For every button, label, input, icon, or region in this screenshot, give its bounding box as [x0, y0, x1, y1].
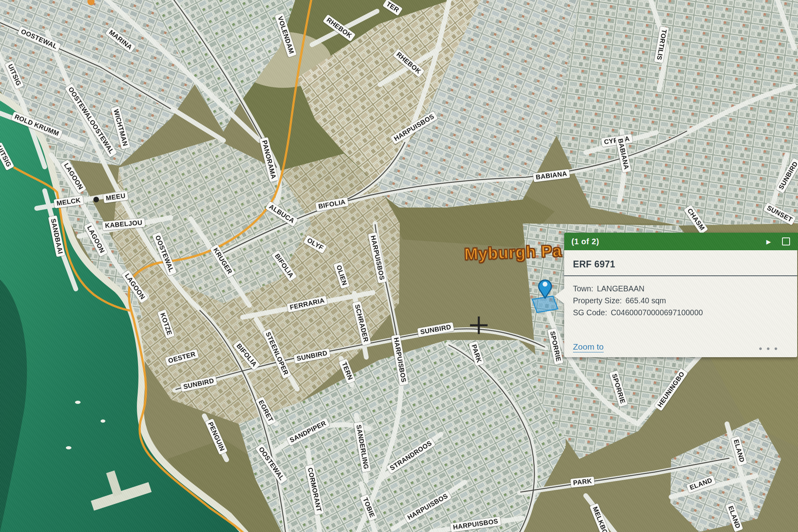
- dock-icon[interactable]: [782, 237, 790, 245]
- popup-pager: (1 of 2): [571, 237, 599, 246]
- poi-dot: [93, 197, 99, 202]
- popup-header: (1 of 2) ▶: [564, 233, 798, 250]
- field-sg-value: C04600070000697100000: [611, 308, 703, 317]
- field-sg-label: SG Code:: [573, 308, 607, 317]
- popup-tail: [554, 289, 564, 304]
- field-size-label: Property Size:: [573, 296, 622, 305]
- zoom-to-link[interactable]: Zoom to: [573, 342, 604, 352]
- popup-menu-icon[interactable]: ● ● ●: [758, 345, 779, 352]
- next-feature-icon[interactable]: ▶: [766, 239, 771, 245]
- popup-body: ERF 6971 Town:LANGEBAAN Property Size:66…: [564, 250, 797, 357]
- suburb-label: Myburgh Pa: [464, 241, 562, 264]
- field-town-value: LANGEBAAN: [597, 284, 644, 293]
- field-property-size: Property Size:665.40 sqm: [573, 295, 797, 307]
- feature-info-popup: (1 of 2) ▶ ERF 6971 Town:LANGEBAAN Prope…: [564, 233, 797, 357]
- field-town: Town:LANGEBAAN: [573, 283, 797, 295]
- field-size-value: 665.40 sqm: [625, 296, 666, 305]
- map-app: OOSTEWALMARINAUITSIGROLD KRUMMOOSTEWALOO…: [0, 0, 798, 532]
- field-sg-code: SG Code:C04600070000697100000: [573, 307, 797, 318]
- popup-title: ERF 6971: [564, 250, 797, 275]
- field-town-label: Town:: [573, 284, 593, 293]
